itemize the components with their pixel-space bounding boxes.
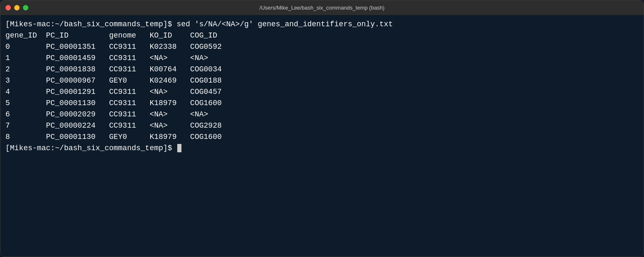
table-row: 3 PC_00000967 GEY0 K02469 COG0188 [5,75,639,86]
table-row: 7 PC_00000224 CC9311 <NA> COG2928 [5,120,639,131]
command-line: [Mikes-mac:~/bash_six_commands_temp]$ se… [5,19,639,30]
table-row: 0 PC_00001351 CC9311 K02338 COG0592 [5,41,639,53]
table-row: 2 PC_00001838 CC9311 K00764 COG0034 [5,64,639,75]
traffic-lights [5,5,28,10]
minimize-button[interactable] [14,5,20,10]
table-row: 8 PC_00001130 GEY0 K18979 COG1600 [5,131,639,143]
table-row: 4 PC_00001291 CC9311 <NA> COG0457 [5,86,639,98]
window-title: /Users/Mike_Lee/bash_six_commands_temp (… [259,5,385,11]
prompt: [Mikes-mac:~/bash_six_commands_temp]$ [5,20,172,28]
close-button[interactable] [5,5,11,10]
maximize-button[interactable] [23,5,28,10]
terminal-window: /Users/Mike_Lee/bash_six_commands_temp (… [0,0,644,257]
title-bar: /Users/Mike_Lee/bash_six_commands_temp (… [0,0,644,15]
table-row: 1 PC_00001459 CC9311 <NA> <NA> [5,53,639,64]
final-prompt: [Mikes-mac:~/bash_six_commands_temp]$ [5,144,172,152]
terminal-body[interactable]: [Mikes-mac:~/bash_six_commands_temp]$ se… [0,15,644,257]
command-text: sed 's/NA/<NA>/g' genes_and_identifiers_… [172,20,393,28]
table-row: 6 PC_00002029 CC9311 <NA> <NA> [5,109,639,120]
cursor [177,144,181,152]
table-row: 5 PC_00001130 CC9311 K18979 COG1600 [5,98,639,109]
final-prompt-line: [Mikes-mac:~/bash_six_commands_temp]$ [5,143,639,154]
output-header: gene_ID PC_ID genome KO_ID COG_ID [5,30,639,41]
